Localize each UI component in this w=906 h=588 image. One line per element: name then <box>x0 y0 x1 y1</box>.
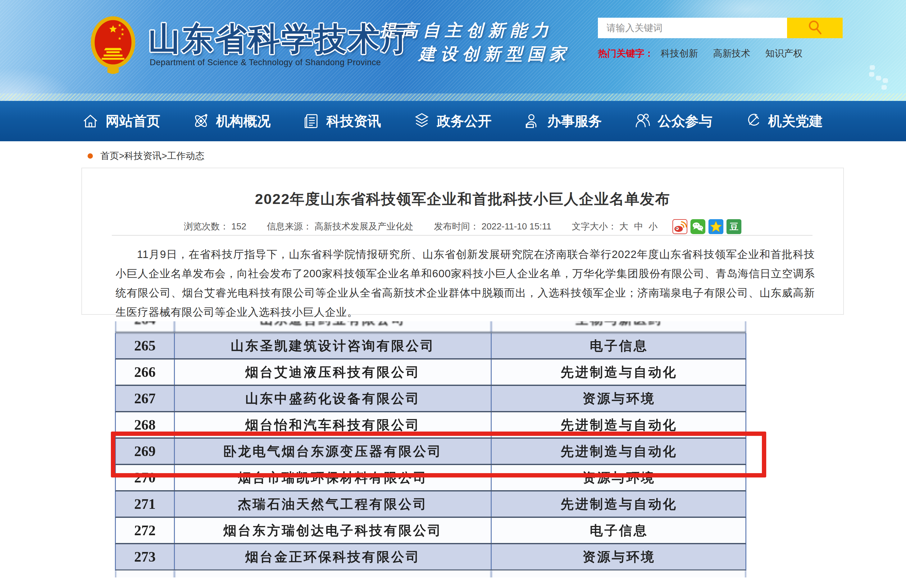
company-name: 杰瑞石油天然气工程有限公司 <box>175 491 492 516</box>
decor-dot <box>869 72 874 76</box>
weibo-share-icon[interactable] <box>672 219 687 234</box>
industry-category: 资源与环境 <box>492 544 746 569</box>
company-name: 烟台东方瑞创达电子科技有限公司 <box>175 518 492 543</box>
article-meta-row: 浏览次数： 152 信息来源： 高新技术发展及产业化处 发布时间： 2022-1… <box>81 217 844 236</box>
nav-label: 科技资讯 <box>327 112 381 131</box>
nav-item-home[interactable]: 网站首页 <box>81 112 160 131</box>
row-number: 273 <box>116 544 175 569</box>
fontsize-label: 文字大小： <box>572 221 617 231</box>
douban-share-icon[interactable]: 豆 <box>726 219 742 234</box>
site-header: 山东省科学技术厅 Department of Science & Technol… <box>0 0 906 101</box>
decor-dot <box>883 78 888 83</box>
font-size-medium[interactable]: 中 <box>634 221 643 231</box>
nav-item-public-participation[interactable]: 公众参与 <box>633 112 713 131</box>
table-row <box>115 570 746 577</box>
industry-category: 先进制造与自动化 <box>492 360 746 385</box>
hot-keywords-label: 热门关键字： <box>598 48 654 58</box>
time-value: 2022-11-10 15:11 <box>482 221 551 231</box>
meta-divider <box>112 235 812 236</box>
company-name: 山东道合药业有限公司 <box>175 321 492 332</box>
meta-font-size: 文字大小： 大 中 小 <box>572 220 660 233</box>
industry-category: 电子信息 <box>492 518 746 543</box>
breadcrumb: 首页>科技资讯>工作动态 <box>88 150 204 163</box>
nav-item-services[interactable]: 办事服务 <box>523 112 602 131</box>
decor-dot <box>882 85 887 90</box>
row-number <box>116 570 175 577</box>
page: 山东省科学技术厅 Department of Science & Technol… <box>0 0 906 588</box>
person-badge-icon <box>523 112 541 130</box>
company-name: 烟台艾迪液压科技有限公司 <box>175 360 492 385</box>
atom-icon <box>192 112 210 130</box>
company-name: 山东圣凯建筑设计咨询有限公司 <box>175 333 492 358</box>
row-number: 264 <box>116 321 175 332</box>
search-icon <box>806 19 824 38</box>
row-number: 265 <box>116 333 175 358</box>
font-size-small[interactable]: 小 <box>649 221 657 231</box>
nav-label: 办事服务 <box>547 112 602 131</box>
time-label: 发布时间： <box>434 221 479 231</box>
meta-source: 信息来源： 高新技术发展及产业化处 <box>267 220 413 233</box>
table-row: 271 杰瑞石油天然气工程有限公司 先进制造与自动化 <box>115 491 746 518</box>
views-label: 浏览次数： <box>184 221 229 231</box>
table-row: 264 山东道合药业有限公司 生物与新医药 <box>115 321 746 333</box>
industry-category: 生物与新医药 <box>492 321 746 332</box>
nav-item-news[interactable]: 科技资讯 <box>302 112 381 131</box>
table-row: 272 烟台东方瑞创达电子科技有限公司 电子信息 <box>115 518 746 544</box>
nav-label: 政务公开 <box>437 112 492 131</box>
slogan-line-1: 提高自主创新能力 <box>380 19 553 42</box>
row-number: 267 <box>116 386 175 411</box>
table-row: 273 烟台金正环保科技有限公司 资源与环境 <box>115 544 746 570</box>
national-emblem-logo[interactable] <box>89 15 137 74</box>
slogan-line-2: 建设创新型国家 <box>419 43 571 65</box>
hot-keyword-link[interactable]: 科技创新 <box>660 48 698 58</box>
company-name: 烟台金正环保科技有限公司 <box>175 544 492 569</box>
nav-label: 网站首页 <box>105 112 160 131</box>
company-name: 山东中盛药化设备有限公司 <box>175 386 492 411</box>
site-title-english: Department of Science & Technology of Sh… <box>150 58 381 67</box>
wechat-share-icon[interactable] <box>691 219 705 234</box>
article-body: 11月9日，在省科技厅指导下，山东省科学院情报研究所、山东省创新发展研究院在济南… <box>116 245 815 322</box>
people-icon <box>633 112 652 130</box>
main-navbar: 网站首页 机构概况 <box>0 101 906 141</box>
source-label: 信息来源： <box>267 221 312 231</box>
search-input[interactable] <box>598 18 787 38</box>
decor-dot <box>870 65 875 70</box>
search-button[interactable] <box>787 18 843 38</box>
table-row: 265 山东圣凯建筑设计咨询有限公司 电子信息 <box>115 333 746 360</box>
header-stripe-band <box>0 94 906 101</box>
industry-category: 资源与环境 <box>492 386 746 411</box>
row-number: 271 <box>116 491 175 516</box>
party-emblem-icon <box>744 112 762 130</box>
table-row: 267 山东中盛药化设备有限公司 资源与环境 <box>115 386 746 412</box>
views-value: 152 <box>231 221 246 231</box>
share-icon-group: 豆 <box>672 219 742 234</box>
nav-label: 机构概况 <box>216 112 271 131</box>
table-row: 266 烟台艾迪液压科技有限公司 先进制造与自动化 <box>115 360 746 386</box>
industry-category: 先进制造与自动化 <box>492 491 746 516</box>
hot-keyword-link[interactable]: 高新技术 <box>713 48 750 58</box>
breadcrumb-path[interactable]: 首页>科技资讯>工作动态 <box>100 150 204 163</box>
source-value: 高新技术发展及产业化处 <box>314 221 413 231</box>
hot-keywords-row: 热门关键字： 科技创新 高新技术 知识产权 <box>598 47 815 60</box>
hot-keyword-link[interactable]: 知识产权 <box>765 48 802 58</box>
nav-item-party-building[interactable]: 机关党建 <box>744 112 823 131</box>
meta-views: 浏览次数： 152 <box>184 220 246 233</box>
nav-item-about[interactable]: 机构概况 <box>192 112 271 131</box>
nav-item-gov-disclosure[interactable]: 政务公开 <box>413 112 492 131</box>
row-number: 266 <box>116 360 175 385</box>
nav-label: 机关党建 <box>768 112 823 131</box>
company-name <box>175 570 492 577</box>
nav-label: 公众参与 <box>658 112 713 131</box>
qzone-share-icon[interactable] <box>708 219 723 234</box>
meta-publish-time: 发布时间： 2022-11-10 15:11 <box>434 220 551 233</box>
font-size-large[interactable]: 大 <box>619 221 628 231</box>
home-icon <box>81 112 99 130</box>
svg-text:豆: 豆 <box>730 221 738 232</box>
row-number: 272 <box>116 518 175 543</box>
industry-category: 电子信息 <box>492 333 746 358</box>
site-title: 山东省科学技术厅 <box>148 18 414 61</box>
layers-icon <box>413 112 431 130</box>
search-box <box>598 18 843 38</box>
article-title: 2022年度山东省科技领军企业和首批科技小巨人企业名单发布 <box>81 190 844 209</box>
news-document-icon <box>302 112 320 130</box>
